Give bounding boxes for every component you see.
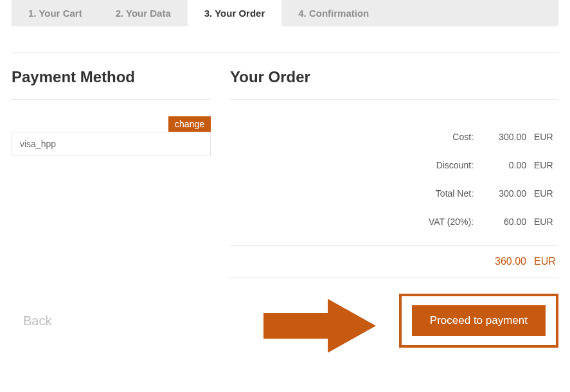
tab-order[interactable]: 3. Your Order — [188, 0, 281, 26]
totalnet-currency: EUR — [534, 188, 558, 199]
proceed-button[interactable]: Proceed to payment — [412, 305, 546, 336]
tab-confirmation[interactable]: 4. Confirmation — [281, 0, 386, 26]
payment-method-section: Payment Method change visa_hpp — [12, 68, 211, 291]
divider — [12, 99, 211, 100]
order-summary-section: Your Order Cost: 300.00 EUR Discount: 0.… — [230, 68, 558, 291]
discount-currency: EUR — [534, 160, 558, 170]
svg-marker-0 — [263, 299, 376, 353]
proceed-highlight: Proceed to payment — [399, 294, 558, 348]
divider — [230, 245, 558, 245]
content: Payment Method change visa_hpp Your Orde… — [0, 53, 570, 291]
arrow-icon — [263, 294, 379, 358]
tab-cart[interactable]: 1. Your Cart — [12, 0, 99, 26]
vat-currency: EUR — [534, 217, 558, 227]
vat-value: 60.00 — [481, 217, 526, 227]
cost-value: 300.00 — [481, 132, 526, 142]
back-button[interactable]: Back — [12, 307, 63, 335]
divider — [230, 278, 558, 278]
vat-row: VAT (20%): 60.00 EUR — [230, 217, 558, 227]
totalnet-label: Total Net: — [230, 188, 474, 199]
total-value: 360.00 — [481, 256, 526, 267]
discount-value: 0.00 — [481, 160, 526, 170]
discount-label: Discount: — [230, 160, 474, 170]
payment-method-value: visa_hpp — [12, 132, 211, 156]
payment-method-heading: Payment Method — [12, 68, 211, 86]
footer: Back Proceed to payment — [0, 291, 570, 361]
discount-row: Discount: 0.00 EUR — [230, 160, 558, 170]
order-rows: Cost: 300.00 EUR Discount: 0.00 EUR Tota… — [230, 132, 558, 227]
cost-label: Cost: — [230, 132, 474, 142]
tab-data[interactable]: 2. Your Data — [99, 0, 188, 26]
divider — [230, 99, 558, 100]
vat-label: VAT (20%): — [230, 217, 474, 227]
order-heading: Your Order — [230, 68, 558, 86]
totalnet-value: 300.00 — [481, 188, 526, 199]
change-button[interactable]: change — [168, 116, 211, 132]
cost-row: Cost: 300.00 EUR — [230, 132, 558, 142]
checkout-tabs: 1. Your Cart 2. Your Data 3. Your Order … — [12, 0, 558, 26]
total-row: 360.00 EUR — [230, 256, 558, 267]
cost-currency: EUR — [534, 132, 558, 142]
totalnet-row: Total Net: 300.00 EUR — [230, 188, 558, 199]
total-currency: EUR — [534, 256, 558, 267]
